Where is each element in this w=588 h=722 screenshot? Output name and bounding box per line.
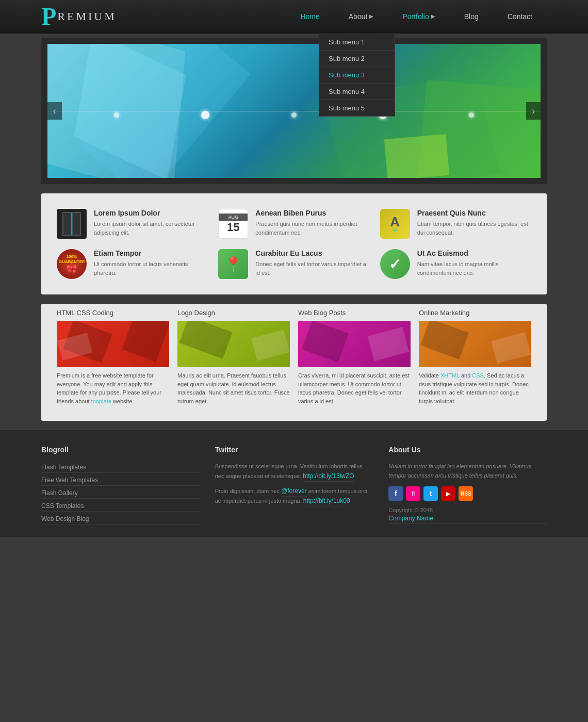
nav: Home About ▶ Portfolio ▶ Blog Contact [286,0,547,33]
footer-twitter: Twitter Suspendisse ut scelerisque urna.… [215,446,373,527]
blogroll-link-3[interactable]: CSS Templates [41,501,200,512]
blogroll-title: Blogroll [41,446,200,454]
feature-item-5: 📍 Curabitur Eu Lacus Donec eget felis ve… [218,249,369,279]
facebook-icon[interactable]: f [388,486,403,501]
xhtml-link[interactable]: XHTML [440,372,460,379]
portfolio-4-thumb [419,321,531,367]
slider-dot [114,112,119,118]
footer-grid: Blogroll Flash Templates Free Web Templa… [41,446,547,527]
feature-5-desc: Donec eget felis vel tortor varius imper… [255,260,369,277]
twitter-icon[interactable]: t [423,486,438,501]
header: P REMIUM Home About ▶ Portfolio ▶ Blog C… [0,0,588,34]
feature-4-title: Etiam Tempor [94,249,208,257]
portfolio-item-4: Online Marketing Validate XHTML and CSS.… [419,309,531,405]
logo-text: REMIUM [57,10,116,23]
slider-wrapper: ‹ › [41,38,547,184]
dropdown-item-1[interactable]: Sub menu 1 [319,34,395,51]
portfolio-3-thumb [298,321,411,367]
portfolio-3-desc: Cras viverra, mi id placerat suscipit, a… [298,371,411,405]
about-desc: Nullam in tortor feugiat leo elementum p… [388,462,547,480]
dropdown-item-5[interactable]: Sub menu 5 [319,100,395,116]
feature-2-desc: Praesent quis nunc non metus imperdiet c… [255,220,369,237]
slider-dot [291,112,297,118]
check-icon: ✓ [380,249,410,279]
badge-icon: 100%GUARANTEE 🎀 [57,249,87,279]
map-icon: 📍 [218,249,248,279]
feature-6-desc: Nam vitae lacus id magna mollis condimen… [417,260,531,277]
nav-portfolio[interactable]: Portfolio ▶ [388,0,449,33]
portfolio-2-thumb [177,321,290,367]
blogroll-link-2[interactable]: Flash Gallery [41,488,200,499]
slider-dot [469,112,474,118]
feature-1-desc: Lorem ipsum dolor sit amet, consectetur … [94,220,208,237]
slider-prev-button[interactable]: ‹ [47,102,62,120]
nav-contact[interactable]: Contact [493,0,547,33]
youtube-icon[interactable]: ▶ [441,486,455,501]
portfolio-1-title: HTML CSS Coding [57,309,169,317]
logo: P REMIUM [41,4,117,29]
about-arrow: ▶ [369,13,373,19]
twitter-link-2[interactable]: http://bit.ly/1uk00 [303,496,350,506]
about-title: About Us [388,446,547,454]
portfolio-dropdown: Sub menu 1 Sub menu 2 Sub menu 3 Sub men… [319,34,395,117]
twitter-title: Twitter [215,446,373,454]
footer-about: About Us Nullam in tortor feugiat leo el… [388,446,547,527]
blogroll-link-0[interactable]: Flash Templates [41,462,200,473]
portfolio-4-desc: Validate XHTML and CSS. Sed ac lacus a r… [419,371,531,405]
calendar-icon: AUG 15 [218,209,248,239]
nav-blog[interactable]: Blog [450,0,493,33]
feature-3-desc: Etiam tempor, nibh quis ultrices egestas… [417,220,531,237]
feature-6-title: Ut Ac Euismod [417,249,531,257]
css-link[interactable]: CSS [472,372,484,379]
grade-icon: A + [380,209,410,239]
portfolio-2-desc: Mauris ac elit urna. Praesent fauobus te… [177,371,290,405]
feature-3-title: Praesent Quis Nunc [417,209,531,217]
dropdown-item-3[interactable]: Sub menu 3 [319,67,395,84]
feature-2-title: Aenean Biben Purus [255,209,369,217]
nav-home[interactable]: Home [286,0,334,33]
dropdown-item-2[interactable]: Sub menu 2 [319,51,395,67]
twitter-tweet-1: Suspendisse ut scelerisque urna. Vestibu… [215,462,373,481]
blogroll-link-4[interactable]: Web Design Blog [41,514,200,524]
company-link[interactable]: Company Name [388,513,547,524]
portfolio-item-1: HTML CSS Coding Premium is a free websit… [57,309,169,405]
features-grid: Lorem Ipsum Dolor Lorem ipsum dolor sit … [57,209,531,279]
social-icons: f fl t ▶ RSS [388,486,547,501]
portfolio-1-desc: Premium is a free website template for e… [57,371,169,405]
twitter-tweet-2: Proin dignissim, diam nec @forever enim … [215,486,373,506]
portfolio-grid: HTML CSS Coding Premium is a free websit… [57,309,531,405]
slider-next-button[interactable]: › [526,102,541,120]
twitter-handle[interactable]: @forever [281,486,307,497]
feature-item-2: AUG 15 Aenean Biben Purus Praesent quis … [218,209,369,239]
slider-dot-large [201,111,209,119]
feature-item-6: ✓ Ut Ac Euismod Nam vitae lacus id magna… [380,249,531,279]
twitter-link-1[interactable]: http://bit.ly/13lwZO [303,471,354,482]
feature-item-3: A + Praesent Quis Nunc Etiam tempor, nib… [380,209,531,239]
footer: Blogroll Flash Templates Free Web Templa… [0,430,588,537]
portfolio-item-3: Web Blog Posts Cras viverra, mi id place… [298,309,411,405]
nav-about[interactable]: About ▶ [334,0,388,33]
blogroll-link-1[interactable]: Free Web Templates [41,475,200,486]
portfolio-section: HTML CSS Coding Premium is a free websit… [41,304,547,421]
tooplate-link[interactable]: tooplate [91,398,111,404]
feature-5-title: Curabitur Eu Lacus [255,249,369,257]
logo-letter: P [41,4,56,29]
copyright: Copyright © 2048 Company Name [388,507,547,524]
notebook-icon [57,209,87,239]
slider: ‹ › [47,44,541,178]
portfolio-4-title: Online Marketing [419,309,531,317]
feature-item-1: Lorem Ipsum Dolor Lorem ipsum dolor sit … [57,209,208,239]
dropdown-item-4[interactable]: Sub menu 4 [319,84,395,100]
feature-4-desc: Ut commodo tortor ut lacus venenatis pha… [94,260,208,277]
portfolio-1-thumb [57,321,169,367]
features-section: Lorem Ipsum Dolor Lorem ipsum dolor sit … [41,193,547,294]
portfolio-item-2: Logo Design Mauris ac elit urna. Praesen… [177,309,290,405]
feature-item-4: 100%GUARANTEE 🎀 Etiam Tempor Ut commodo … [57,249,208,279]
rss-icon[interactable]: RSS [459,486,473,501]
footer-blogroll: Blogroll Flash Templates Free Web Templa… [41,446,200,527]
feature-1-title: Lorem Ipsum Dolor [94,209,208,217]
portfolio-3-title: Web Blog Posts [298,309,411,317]
flickr-icon[interactable]: fl [406,486,420,501]
portfolio-arrow: ▶ [431,13,435,19]
portfolio-2-title: Logo Design [177,309,290,317]
